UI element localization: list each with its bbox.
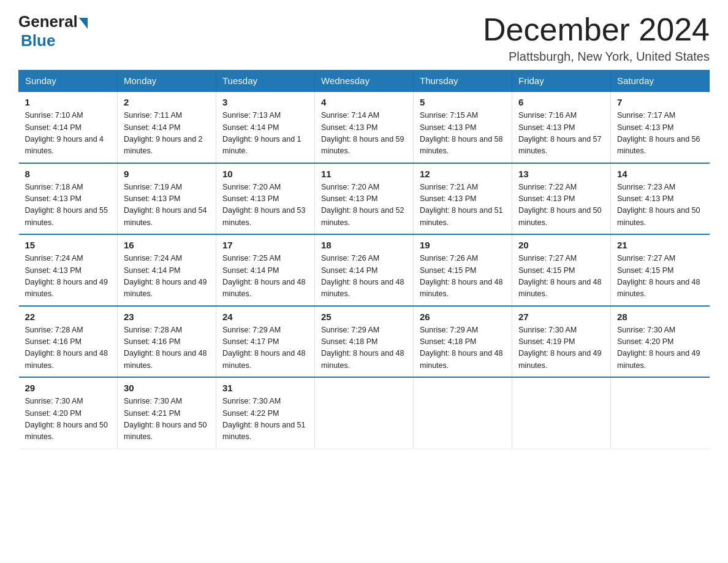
col-header-sunday: Sunday (19, 71, 118, 92)
calendar-cell: 15Sunrise: 7:24 AMSunset: 4:13 PMDayligh… (19, 234, 118, 306)
calendar-cell: 31Sunrise: 7:30 AMSunset: 4:22 PMDayligh… (216, 377, 315, 448)
logo-blue-text: Blue (21, 31, 55, 50)
calendar-cell: 21Sunrise: 7:27 AMSunset: 4:15 PMDayligh… (611, 234, 710, 306)
day-number: 5 (420, 97, 506, 107)
col-header-monday: Monday (118, 71, 216, 92)
title-block: December 2024 Plattsburgh, New York, Uni… (483, 12, 710, 64)
day-number: 14 (617, 169, 703, 179)
day-info: Sunrise: 7:20 AMSunset: 4:13 PMDaylight:… (321, 182, 407, 229)
calendar-cell: 19Sunrise: 7:26 AMSunset: 4:15 PMDayligh… (414, 234, 512, 306)
col-header-thursday: Thursday (414, 71, 512, 92)
calendar-cell: 16Sunrise: 7:24 AMSunset: 4:14 PMDayligh… (118, 234, 216, 306)
calendar-cell: 6Sunrise: 7:16 AMSunset: 4:13 PMDaylight… (512, 91, 611, 163)
day-number: 8 (25, 169, 112, 179)
calendar-cell: 24Sunrise: 7:29 AMSunset: 4:17 PMDayligh… (216, 306, 315, 378)
calendar-cell: 2Sunrise: 7:11 AMSunset: 4:14 PMDaylight… (118, 91, 216, 163)
day-number: 29 (25, 383, 112, 393)
day-number: 31 (222, 383, 308, 393)
col-header-friday: Friday (512, 71, 611, 92)
day-info: Sunrise: 7:17 AMSunset: 4:13 PMDaylight:… (617, 110, 703, 158)
calendar-cell (414, 377, 512, 448)
day-number: 28 (617, 312, 703, 322)
calendar-table: SundayMondayTuesdayWednesdayThursdayFrid… (18, 70, 710, 449)
col-header-wednesday: Wednesday (315, 71, 414, 92)
calendar-cell: 30Sunrise: 7:30 AMSunset: 4:21 PMDayligh… (118, 377, 216, 448)
day-info: Sunrise: 7:11 AMSunset: 4:14 PMDaylight:… (124, 110, 210, 158)
day-number: 26 (420, 312, 506, 322)
calendar-cell: 1Sunrise: 7:10 AMSunset: 4:14 PMDaylight… (19, 91, 118, 163)
day-info: Sunrise: 7:24 AMSunset: 4:14 PMDaylight:… (124, 253, 210, 301)
day-number: 13 (518, 169, 604, 179)
day-number: 20 (518, 240, 604, 250)
day-info: Sunrise: 7:26 AMSunset: 4:14 PMDaylight:… (321, 253, 407, 301)
day-number: 7 (617, 97, 703, 107)
day-number: 10 (222, 169, 308, 179)
calendar-header-row: SundayMondayTuesdayWednesdayThursdayFrid… (19, 71, 710, 92)
logo-general-text: General (18, 12, 78, 31)
logo: General Blue (18, 12, 88, 50)
day-number: 9 (124, 169, 210, 179)
day-info: Sunrise: 7:26 AMSunset: 4:15 PMDaylight:… (420, 253, 506, 301)
location-subtitle: Plattsburgh, New York, United States (483, 50, 710, 64)
calendar-cell: 3Sunrise: 7:13 AMSunset: 4:14 PMDaylight… (216, 91, 315, 163)
day-number: 17 (222, 240, 308, 250)
calendar-cell: 10Sunrise: 7:20 AMSunset: 4:13 PMDayligh… (216, 163, 315, 235)
calendar-cell: 13Sunrise: 7:22 AMSunset: 4:13 PMDayligh… (512, 163, 611, 235)
day-info: Sunrise: 7:23 AMSunset: 4:13 PMDaylight:… (617, 182, 703, 229)
day-info: Sunrise: 7:15 AMSunset: 4:13 PMDaylight:… (420, 110, 506, 158)
calendar-cell: 20Sunrise: 7:27 AMSunset: 4:15 PMDayligh… (512, 234, 611, 306)
day-info: Sunrise: 7:16 AMSunset: 4:13 PMDaylight:… (518, 110, 604, 158)
calendar-cell: 11Sunrise: 7:20 AMSunset: 4:13 PMDayligh… (315, 163, 414, 235)
calendar-week-row: 29Sunrise: 7:30 AMSunset: 4:20 PMDayligh… (19, 377, 710, 448)
day-info: Sunrise: 7:30 AMSunset: 4:19 PMDaylight:… (518, 324, 604, 372)
calendar-page: General Blue December 2024 Plattsburgh, … (0, 0, 728, 467)
calendar-cell (512, 377, 611, 448)
logo-text: General (18, 12, 88, 31)
day-number: 30 (124, 383, 210, 393)
calendar-cell: 9Sunrise: 7:19 AMSunset: 4:13 PMDaylight… (118, 163, 216, 235)
calendar-cell: 26Sunrise: 7:29 AMSunset: 4:18 PMDayligh… (414, 306, 512, 378)
day-number: 15 (25, 240, 112, 250)
calendar-cell: 27Sunrise: 7:30 AMSunset: 4:19 PMDayligh… (512, 306, 611, 378)
day-info: Sunrise: 7:29 AMSunset: 4:17 PMDaylight:… (222, 324, 308, 372)
day-info: Sunrise: 7:27 AMSunset: 4:15 PMDaylight:… (617, 253, 703, 301)
calendar-week-row: 8Sunrise: 7:18 AMSunset: 4:13 PMDaylight… (19, 163, 710, 235)
calendar-cell (315, 377, 414, 448)
day-info: Sunrise: 7:30 AMSunset: 4:22 PMDaylight:… (222, 396, 308, 443)
calendar-cell: 22Sunrise: 7:28 AMSunset: 4:16 PMDayligh… (19, 306, 118, 378)
day-number: 25 (321, 312, 407, 322)
month-title: December 2024 (483, 12, 710, 47)
day-info: Sunrise: 7:29 AMSunset: 4:18 PMDaylight:… (321, 324, 407, 372)
day-number: 3 (222, 97, 308, 107)
calendar-week-row: 22Sunrise: 7:28 AMSunset: 4:16 PMDayligh… (19, 306, 710, 378)
day-info: Sunrise: 7:19 AMSunset: 4:13 PMDaylight:… (124, 182, 210, 229)
calendar-cell (611, 377, 710, 448)
day-info: Sunrise: 7:22 AMSunset: 4:13 PMDaylight:… (518, 182, 604, 229)
day-info: Sunrise: 7:30 AMSunset: 4:21 PMDaylight:… (124, 396, 210, 443)
day-info: Sunrise: 7:28 AMSunset: 4:16 PMDaylight:… (25, 324, 112, 372)
day-info: Sunrise: 7:30 AMSunset: 4:20 PMDaylight:… (25, 396, 112, 443)
calendar-cell: 7Sunrise: 7:17 AMSunset: 4:13 PMDaylight… (611, 91, 710, 163)
col-header-saturday: Saturday (611, 71, 710, 92)
day-number: 16 (124, 240, 210, 250)
day-info: Sunrise: 7:25 AMSunset: 4:14 PMDaylight:… (222, 253, 308, 301)
day-info: Sunrise: 7:13 AMSunset: 4:14 PMDaylight:… (222, 110, 308, 158)
day-info: Sunrise: 7:14 AMSunset: 4:13 PMDaylight:… (321, 110, 407, 158)
calendar-cell: 23Sunrise: 7:28 AMSunset: 4:16 PMDayligh… (118, 306, 216, 378)
day-info: Sunrise: 7:20 AMSunset: 4:13 PMDaylight:… (222, 182, 308, 229)
day-number: 4 (321, 97, 407, 107)
day-number: 23 (124, 312, 210, 322)
page-header: General Blue December 2024 Plattsburgh, … (18, 12, 710, 64)
day-info: Sunrise: 7:29 AMSunset: 4:18 PMDaylight:… (420, 324, 506, 372)
day-number: 24 (222, 312, 308, 322)
day-info: Sunrise: 7:10 AMSunset: 4:14 PMDaylight:… (25, 110, 112, 158)
day-number: 19 (420, 240, 506, 250)
calendar-cell: 17Sunrise: 7:25 AMSunset: 4:14 PMDayligh… (216, 234, 315, 306)
day-number: 2 (124, 97, 210, 107)
calendar-cell: 28Sunrise: 7:30 AMSunset: 4:20 PMDayligh… (611, 306, 710, 378)
day-info: Sunrise: 7:21 AMSunset: 4:13 PMDaylight:… (420, 182, 506, 229)
col-header-tuesday: Tuesday (216, 71, 315, 92)
calendar-week-row: 1Sunrise: 7:10 AMSunset: 4:14 PMDaylight… (19, 91, 710, 163)
day-info: Sunrise: 7:18 AMSunset: 4:13 PMDaylight:… (25, 182, 112, 229)
day-info: Sunrise: 7:28 AMSunset: 4:16 PMDaylight:… (124, 324, 210, 372)
